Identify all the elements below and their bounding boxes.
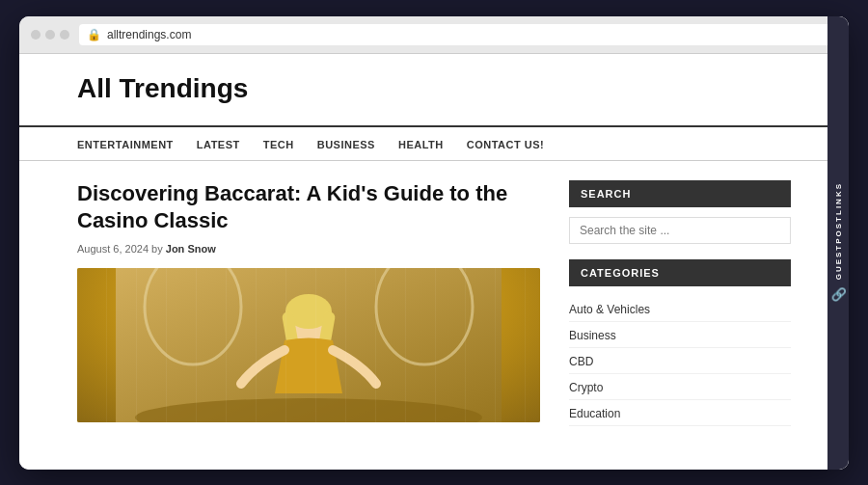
nav-item-tech[interactable]: TECH bbox=[263, 135, 294, 152]
window-controls bbox=[31, 30, 69, 40]
main-layout: Discovering Baccarat: A Kid's Guide to t… bbox=[19, 161, 849, 470]
site-header: All Trendings bbox=[19, 54, 849, 127]
sidebar: SEARCH CATEGORIES Auto & Vehicles Busine… bbox=[569, 180, 791, 450]
nav-list: ENTERTAINMENT LATEST TECH BUSINESS HEALT… bbox=[77, 135, 791, 152]
article-author[interactable]: Jon Snow bbox=[166, 243, 216, 255]
site-nav: ENTERTAINMENT LATEST TECH BUSINESS HEALT… bbox=[19, 127, 849, 161]
category-link-business[interactable]: Business bbox=[569, 329, 616, 342]
nav-item-contact[interactable]: CONTACT US! bbox=[467, 135, 544, 152]
nav-item-health[interactable]: HEALTH bbox=[398, 135, 444, 152]
category-link-cbd[interactable]: CBD bbox=[569, 355, 593, 368]
category-link-education[interactable]: Education bbox=[569, 407, 620, 420]
minimize-dot bbox=[45, 30, 55, 40]
article-area: Discovering Baccarat: A Kid's Guide to t… bbox=[77, 180, 540, 450]
article-date: August 6, 2024 bbox=[77, 243, 149, 255]
search-widget: SEARCH bbox=[569, 180, 791, 244]
categories-widget-title: CATEGORIES bbox=[569, 259, 791, 286]
nav-item-entertainment[interactable]: ENTERTAINMENT bbox=[77, 135, 174, 152]
category-item-cbd[interactable]: CBD bbox=[569, 348, 791, 374]
url-text: alltrendings.com bbox=[107, 28, 191, 41]
chain-icon: 🔗 bbox=[831, 287, 846, 303]
nav-link-contact[interactable]: CONTACT US! bbox=[467, 139, 544, 150]
nav-link-business[interactable]: BUSINESS bbox=[317, 139, 375, 150]
article-by: by bbox=[151, 243, 166, 255]
nav-item-business[interactable]: BUSINESS bbox=[317, 135, 375, 152]
category-item-business[interactable]: Business bbox=[569, 322, 791, 348]
nav-link-latest[interactable]: LATEST bbox=[197, 139, 240, 150]
category-item-crypto[interactable]: Crypto bbox=[569, 374, 791, 400]
categories-widget: CATEGORIES Auto & Vehicles Business CBD … bbox=[569, 259, 791, 426]
category-item-auto[interactable]: Auto & Vehicles bbox=[569, 296, 791, 322]
maximize-dot bbox=[60, 30, 69, 40]
guestpostlinks-sidebar: 🔗 GUESTPOSTLINKS bbox=[827, 16, 849, 470]
browser-toolbar: 🔒 alltrendings.com bbox=[19, 16, 849, 54]
search-widget-title: SEARCH bbox=[569, 180, 791, 207]
nav-item-latest[interactable]: LATEST bbox=[197, 135, 240, 152]
close-dot bbox=[31, 30, 41, 40]
nav-link-entertainment[interactable]: ENTERTAINMENT bbox=[77, 139, 174, 150]
lock-icon: 🔒 bbox=[87, 28, 101, 41]
guestpostlinks-label: 🔗 GUESTPOSTLINKS bbox=[831, 182, 846, 303]
nav-link-tech[interactable]: TECH bbox=[263, 139, 294, 150]
category-item-education[interactable]: Education bbox=[569, 400, 791, 426]
article-image bbox=[77, 268, 540, 422]
search-input[interactable] bbox=[569, 217, 791, 244]
guestpostlinks-text: GUESTPOSTLINKS bbox=[834, 182, 843, 280]
article-title: Discovering Baccarat: A Kid's Guide to t… bbox=[77, 180, 540, 235]
page-content: All Trendings ENTERTAINMENT LATEST TECH … bbox=[19, 54, 849, 470]
nav-link-health[interactable]: HEALTH bbox=[398, 139, 444, 150]
bg-decoration bbox=[77, 268, 540, 422]
article-image-inner bbox=[77, 268, 540, 422]
url-bar[interactable]: 🔒 alltrendings.com bbox=[79, 24, 837, 45]
article-meta: August 6, 2024 by Jon Snow bbox=[77, 243, 540, 255]
category-link-auto[interactable]: Auto & Vehicles bbox=[569, 303, 650, 316]
site-title: All Trendings bbox=[77, 73, 791, 104]
categories-list: Auto & Vehicles Business CBD Crypto Educ bbox=[569, 296, 791, 426]
category-link-crypto[interactable]: Crypto bbox=[569, 381, 603, 394]
